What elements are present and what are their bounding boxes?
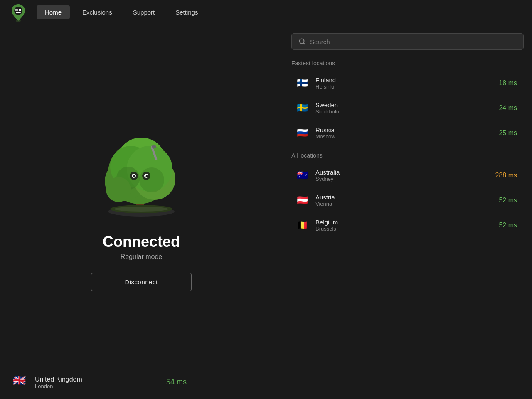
city-name: Moscow <box>315 133 493 140</box>
nav-home[interactable]: Home <box>37 5 70 19</box>
flag-icon: 🇸🇪 <box>295 101 310 116</box>
svg-rect-6 <box>16 12 21 13</box>
current-location-bar: 🇬🇧 United Kingdom London <box>12 374 82 391</box>
connection-status-label: Connected <box>103 233 180 251</box>
nav-settings[interactable]: Settings <box>167 5 206 19</box>
city-name: Stockholm <box>315 108 493 115</box>
search-icon <box>298 38 306 45</box>
all-locations-list: 🇦🇺 Australia Sydney 288 ms 🇦🇹 Austria Vi… <box>291 163 520 238</box>
city-name: Vienna <box>315 201 493 207</box>
latency-value: 288 ms <box>495 172 517 179</box>
svg-point-27 <box>114 207 168 212</box>
city-name: Brussels <box>315 226 493 232</box>
svg-point-22 <box>146 175 148 177</box>
location-info: Russia Moscow <box>315 126 493 140</box>
search-input[interactable] <box>310 38 517 45</box>
left-panel: Connected Regular mode Disconnect 🇬🇧 Uni… <box>0 25 283 399</box>
nav-bar: Home Exclusions Support Settings <box>0 0 532 25</box>
all-locations-label: All locations <box>291 152 520 159</box>
location-item[interactable]: 🇷🇺 Russia Moscow 25 ms <box>291 121 520 145</box>
location-info: Finland Helsinki <box>315 76 493 90</box>
nav-support[interactable]: Support <box>125 5 163 19</box>
country-name: Finland <box>315 76 493 84</box>
search-bar <box>291 33 524 50</box>
flag-icon: 🇦🇹 <box>295 193 310 208</box>
country-name: Belgium <box>315 219 493 226</box>
flag-icon: 🇧🇪 <box>295 218 310 233</box>
location-info: Australia Sydney <box>315 169 490 182</box>
location-item[interactable]: 🇧🇪 Belgium Brussels 52 ms <box>291 213 520 238</box>
svg-line-29 <box>304 43 305 45</box>
location-info: Sweden Stockholm <box>315 101 493 115</box>
current-city: London <box>35 383 82 389</box>
app-logo <box>8 2 28 22</box>
latency-value: 52 ms <box>499 197 517 204</box>
country-name: Sweden <box>315 101 493 108</box>
fastest-locations-list: 🇫🇮 Finland Helsinki 18 ms 🇸🇪 Sweden Stoc… <box>291 71 520 145</box>
current-country: United Kingdom <box>35 376 82 383</box>
connection-mode-label: Regular mode <box>121 253 163 261</box>
latency-value: 25 ms <box>499 129 517 137</box>
flag-icon: 🇫🇮 <box>295 76 310 91</box>
svg-point-4 <box>16 9 17 10</box>
svg-point-21 <box>133 175 135 177</box>
location-item[interactable]: 🇦🇺 Australia Sydney 288 ms <box>291 163 520 188</box>
mascot-illustration <box>83 108 200 225</box>
flag-icon: 🇷🇺 <box>295 126 310 140</box>
location-info: Austria Vienna <box>315 194 493 207</box>
disconnect-button[interactable]: Disconnect <box>91 273 191 291</box>
current-location-info: United Kingdom London <box>35 376 82 389</box>
flag-icon: 🇦🇺 <box>295 168 310 183</box>
latency-value: 52 ms <box>499 222 517 229</box>
main-container: Connected Regular mode Disconnect 🇬🇧 Uni… <box>0 25 532 399</box>
svg-point-25 <box>106 177 131 202</box>
nav-exclusions[interactable]: Exclusions <box>74 5 121 19</box>
right-panel: Fastest locations 🇫🇮 Finland Helsinki 18… <box>283 25 532 399</box>
country-name: Russia <box>315 126 493 133</box>
location-list: Fastest locations 🇫🇮 Finland Helsinki 18… <box>291 60 524 399</box>
location-item[interactable]: 🇦🇹 Austria Vienna 52 ms <box>291 188 520 213</box>
location-item[interactable]: 🇫🇮 Finland Helsinki 18 ms <box>291 71 520 96</box>
svg-point-1 <box>14 7 22 15</box>
latency-value: 24 ms <box>499 104 517 112</box>
location-item[interactable]: 🇸🇪 Sweden Stockholm 24 ms <box>291 96 520 121</box>
country-name: Australia <box>315 169 490 176</box>
latency-value: 18 ms <box>499 79 517 87</box>
city-name: Sydney <box>315 176 490 182</box>
current-flag-icon: 🇬🇧 <box>12 374 29 391</box>
country-name: Austria <box>315 194 493 201</box>
fastest-locations-label: Fastest locations <box>291 60 520 66</box>
svg-point-5 <box>20 9 21 10</box>
location-info: Belgium Brussels <box>315 219 493 232</box>
current-latency: 54 ms <box>166 378 187 387</box>
city-name: Helsinki <box>315 84 493 90</box>
svg-point-16 <box>139 167 164 192</box>
